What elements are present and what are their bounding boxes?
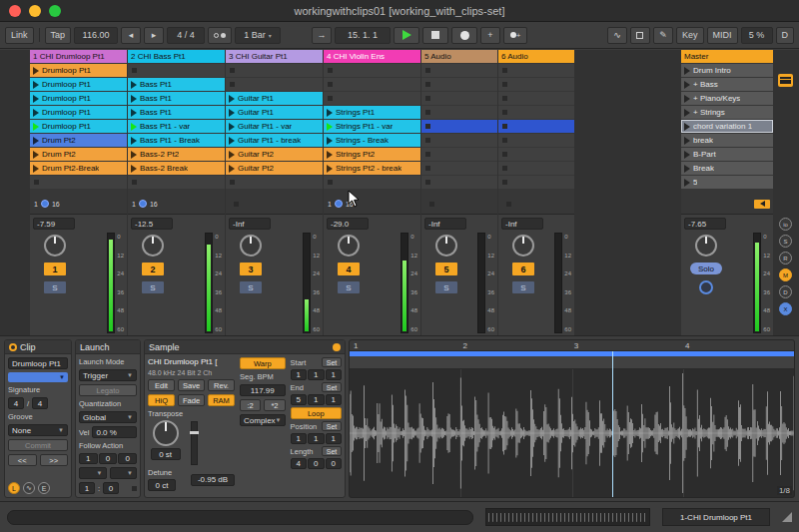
draw-mode-button[interactable]: ✎ <box>653 27 673 44</box>
clip-slot[interactable]: Guitar Pt2 <box>226 148 323 161</box>
scene-slot[interactable]: 5 <box>681 176 773 189</box>
position-sixteenths-field[interactable]: 1 <box>326 433 342 444</box>
pan-knob[interactable] <box>338 235 360 257</box>
metronome-button[interactable] <box>208 27 232 44</box>
clip-slot[interactable]: Drumloop Pt1 <box>30 106 127 119</box>
clip-name-field[interactable]: Drumloop Pt1 <box>8 357 68 369</box>
sample-gain-field[interactable]: -0.95 dB <box>191 474 235 486</box>
empty-clip-slot[interactable] <box>498 106 574 119</box>
stop-button[interactable] <box>422 27 448 44</box>
start-bars-field[interactable]: 1 <box>291 369 307 380</box>
clip-quantization-chooser[interactable]: Global▼ <box>79 411 137 423</box>
follow-time-beats-field[interactable]: 0 <box>99 453 118 464</box>
empty-clip-slot[interactable] <box>324 92 420 105</box>
end-set-button[interactable]: Set <box>322 382 342 392</box>
length-bars-field[interactable]: 4 <box>291 458 307 469</box>
legato-toggle[interactable]: Legato <box>79 384 137 396</box>
minimize-window-icon[interactable] <box>29 5 41 17</box>
clip-slot[interactable]: Bass Pt1 - Break <box>128 134 225 147</box>
position-set-button[interactable]: Set <box>322 421 342 431</box>
mixer-section-toggle[interactable]: M <box>779 268 792 281</box>
clip-slot[interactable]: Drumloop Pt1 <box>30 120 127 133</box>
double-tempo-button[interactable]: *2 <box>264 399 285 411</box>
ram-toggle[interactable]: RAM <box>208 394 235 406</box>
empty-clip-slot[interactable] <box>128 64 225 77</box>
crossfader-section-toggle[interactable]: X <box>779 302 792 315</box>
scene-slot[interactable]: chord variation 1 <box>681 120 773 133</box>
nudge-up-button[interactable]: ▸ <box>144 27 164 44</box>
volume-display[interactable]: -7.65 <box>684 218 726 230</box>
loop-toggle[interactable]: Loop <box>291 407 342 419</box>
track-delay-section-toggle[interactable]: D <box>779 285 792 298</box>
solo-button[interactable]: S <box>240 281 262 293</box>
volume-display[interactable]: -29.0 <box>327 218 369 230</box>
clip-slot[interactable]: Strings - Break <box>324 134 420 147</box>
transpose-value-field[interactable]: 0 st <box>151 448 181 460</box>
pan-knob[interactable] <box>435 235 457 257</box>
empty-clip-slot[interactable] <box>421 120 497 133</box>
follow-time-sixteenths-field[interactable]: 0 <box>118 453 137 464</box>
clip-slot[interactable]: Drum Pt2 <box>30 148 127 161</box>
clip-slot[interactable]: Strings Pt2 - break <box>324 162 420 175</box>
position-beats-field[interactable]: 1 <box>308 433 324 444</box>
commit-button[interactable]: Commit <box>8 439 68 451</box>
empty-clip-slot[interactable] <box>324 78 420 91</box>
follow-chance-a-field[interactable]: 1 <box>79 482 95 494</box>
beat-time-ruler[interactable]: 1 2 3 4 <box>350 340 794 351</box>
follow-chance-b-field[interactable]: 0 <box>103 482 119 494</box>
clip-slot[interactable]: Bass Pt1 <box>128 106 225 119</box>
track-header[interactable]: 2 CHI Bass Pt1 <box>128 50 225 63</box>
close-window-icon[interactable] <box>9 5 21 17</box>
master-header[interactable]: Master <box>681 50 773 63</box>
volume-display[interactable]: -Inf <box>501 218 543 230</box>
solo-button[interactable]: S <box>435 281 457 293</box>
record-button[interactable] <box>451 27 477 44</box>
follow-time-bars-field[interactable]: 1 <box>79 453 98 464</box>
scene-slot[interactable]: B-Part <box>681 148 773 161</box>
track-header[interactable]: 5 Audio <box>421 50 497 63</box>
follow-action-a-chooser[interactable]: ▼ <box>79 467 107 479</box>
clip-slot[interactable]: Guitar Pt2 <box>226 162 323 175</box>
empty-clip-slot[interactable] <box>498 78 574 91</box>
launch-box-toggle-icon[interactable]: L <box>8 482 20 494</box>
empty-clip-slot[interactable] <box>421 92 497 105</box>
io-section-toggle[interactable]: io <box>779 218 792 231</box>
empty-clip-slot[interactable] <box>421 176 497 189</box>
empty-clip-slot[interactable] <box>498 176 574 189</box>
clip-slot[interactable]: Drumloop Pt1 <box>30 92 127 105</box>
scene-slot[interactable]: + Bass <box>681 78 773 91</box>
empty-clip-slot[interactable] <box>421 106 497 119</box>
solo-button[interactable]: S <box>44 281 66 293</box>
time-signature-field[interactable]: 4 / 4 <box>167 27 205 44</box>
edit-button[interactable]: Edit <box>148 379 175 391</box>
length-beats-field[interactable]: 0 <box>308 458 324 469</box>
track-activator-button[interactable]: 2 <box>142 263 164 275</box>
scene-slot[interactable]: Break <box>681 162 773 175</box>
launch-mode-chooser[interactable]: Trigger▼ <box>79 369 137 381</box>
clip-slot[interactable]: Bass-2 Break <box>128 162 225 175</box>
empty-clip-slot[interactable] <box>498 162 574 175</box>
empty-clip-slot[interactable] <box>421 148 497 161</box>
track-header[interactable]: 1 CHI Drumloop Pt1 <box>30 50 127 63</box>
pan-knob[interactable] <box>512 235 534 257</box>
solo-button[interactable]: S <box>512 281 534 293</box>
key-map-button[interactable]: Key <box>676 27 704 44</box>
end-beats-field[interactable]: 1 <box>308 394 324 405</box>
clip-slot[interactable]: Guitar Pt1 - var <box>226 120 323 133</box>
volume-display[interactable]: -Inf <box>229 218 271 230</box>
back-to-arrangement-button[interactable] <box>754 200 770 209</box>
start-sixteenths-field[interactable]: 1 <box>326 369 342 380</box>
clip-overview-mini[interactable] <box>485 508 650 526</box>
clip-overview-toggle-icon[interactable] <box>778 74 793 87</box>
empty-clip-slot[interactable] <box>498 120 574 133</box>
empty-clip-slot[interactable] <box>421 134 497 147</box>
titlebar[interactable]: workingwithclips01 [working_with_clips-s… <box>0 0 799 22</box>
sends-section-toggle[interactable]: S <box>779 235 792 248</box>
start-beats-field[interactable]: 1 <box>308 369 324 380</box>
detail-view-toggle-icon[interactable] <box>782 512 792 522</box>
scene-slot[interactable]: + Strings <box>681 106 773 119</box>
signature-numerator-field[interactable]: 4 <box>8 397 24 409</box>
quantization-chooser[interactable]: 1 Bar▾ <box>235 27 281 44</box>
reverse-button[interactable]: Rev. <box>208 379 235 391</box>
empty-clip-slot[interactable] <box>498 92 574 105</box>
